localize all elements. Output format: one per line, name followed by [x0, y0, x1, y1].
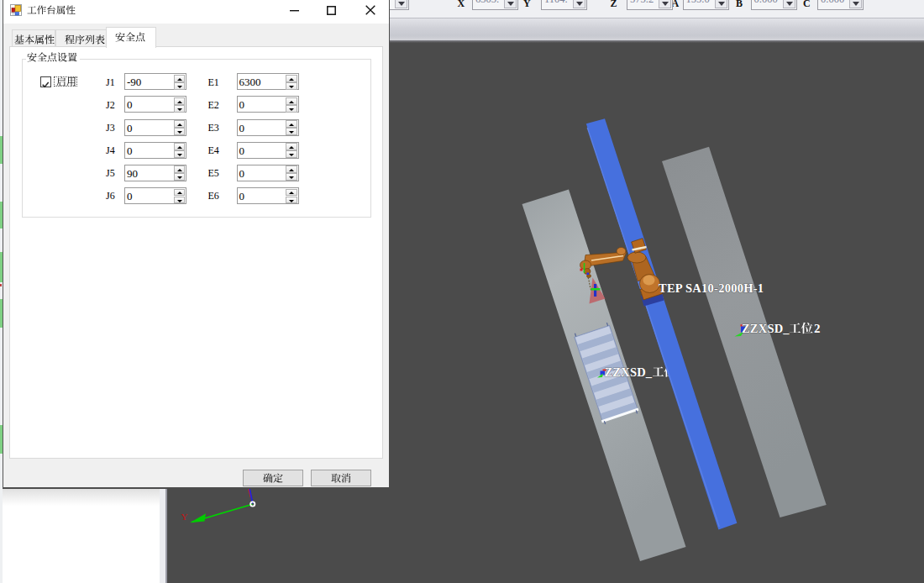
svg-text:TEP SA10-2000H-1: TEP SA10-2000H-1: [659, 281, 764, 295]
svg-text:ZZXSD_: ZZXSD_: [605, 365, 653, 379]
svg-text:2: 2: [814, 322, 821, 335]
svg-text:ZZXSD_: ZZXSD_: [742, 322, 790, 335]
svg-text:Y: Y: [181, 512, 188, 522]
